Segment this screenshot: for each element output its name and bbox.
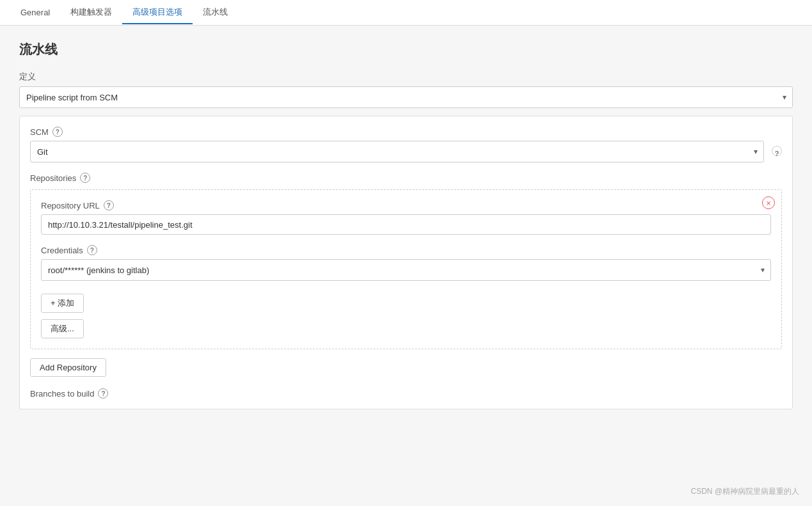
repo-close-button[interactable]: ×: [762, 196, 775, 209]
credentials-help-icon[interactable]: ?: [87, 245, 97, 255]
repositories-section: Repositories ? × Repository URL ? Creden…: [30, 173, 782, 377]
repositories-label: Repositories ?: [30, 173, 782, 183]
scm-field-label: SCM ?: [30, 127, 782, 137]
scm-row: None Git ▾ ?: [30, 141, 782, 162]
scm-select[interactable]: None Git: [30, 141, 764, 162]
branches-label-text: Branches to build: [30, 389, 94, 399]
scm-select-wrap: None Git ▾: [30, 141, 764, 162]
credentials-select-wrapper: - none - root/****** (jenkins to gitlab)…: [41, 259, 771, 281]
scm-section: SCM ? None Git ▾ ? Repositories ?: [19, 116, 793, 409]
tab-build-trigger[interactable]: 构建触发器: [60, 1, 122, 24]
repo-url-help-icon[interactable]: ?: [104, 200, 114, 210]
definition-select-wrapper: Pipeline script Pipeline script from SCM…: [19, 86, 793, 108]
definition-select[interactable]: Pipeline script Pipeline script from SCM: [19, 86, 793, 108]
tab-general[interactable]: General: [10, 3, 60, 24]
repo-card: × Repository URL ? Credentials ? - none …: [30, 189, 782, 349]
credentials-select[interactable]: - none - root/****** (jenkins to gitlab): [41, 259, 771, 281]
scm-help-icon[interactable]: ?: [52, 127, 63, 137]
credentials-label-text: Credentials: [41, 246, 83, 255]
repositories-help-icon[interactable]: ?: [80, 173, 90, 183]
scm-dropdown-wrapper: None Git ▾: [30, 141, 764, 162]
advanced-button[interactable]: 高级...: [41, 319, 84, 338]
watermark: CSDN @精神病院里病最重的人: [690, 486, 799, 497]
scm-label-text: SCM: [30, 127, 49, 137]
tab-pipeline[interactable]: 流水线: [193, 1, 238, 24]
main-content: 流水线 定义 Pipeline script Pipeline script f…: [0, 26, 812, 425]
repo-url-label-text: Repository URL: [41, 201, 100, 210]
repo-url-label: Repository URL ?: [41, 200, 771, 210]
definition-label-text: 定义: [19, 71, 36, 83]
page-title: 流水线: [19, 41, 793, 58]
branches-help-icon[interactable]: ?: [98, 388, 108, 399]
add-repository-button[interactable]: Add Repository: [30, 358, 106, 377]
branches-to-build-label: Branches to build ?: [30, 388, 782, 399]
repo-url-input[interactable]: [41, 214, 771, 235]
add-credential-button[interactable]: + 添加: [41, 294, 84, 313]
tab-advanced-options[interactable]: 高级项目选项: [122, 1, 193, 24]
repositories-label-text: Repositories: [30, 173, 76, 183]
definition-label: 定义: [19, 71, 793, 83]
scm-side-help-icon[interactable]: ?: [772, 146, 782, 156]
credentials-label: Credentials ?: [41, 245, 771, 255]
tab-bar: General 构建触发器 高级项目选项 流水线: [0, 0, 812, 26]
